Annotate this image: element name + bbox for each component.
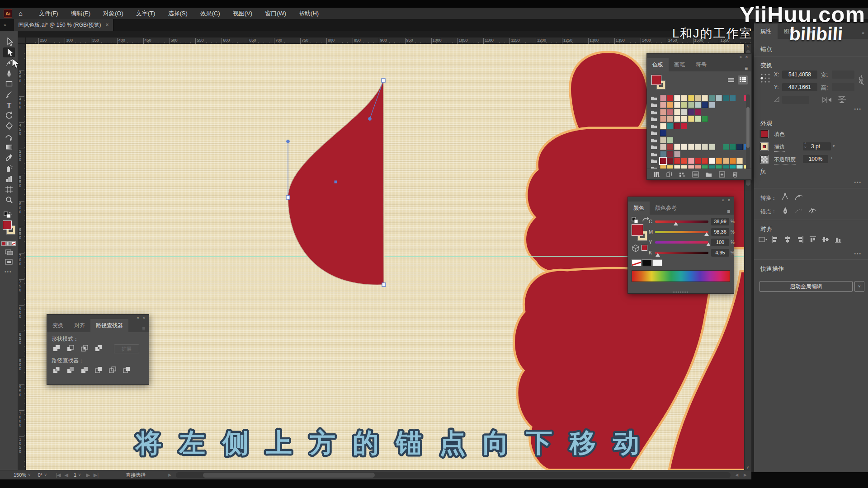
scroll-down-icon[interactable]: ∨ xyxy=(746,465,749,469)
swatch[interactable] xyxy=(709,95,715,101)
swap-fill-stroke-icon[interactable] xyxy=(632,217,640,224)
close-panel-icon[interactable]: × xyxy=(143,315,145,320)
swatch[interactable] xyxy=(681,116,687,122)
swatch[interactable] xyxy=(681,109,687,115)
swatch[interactable] xyxy=(709,158,715,164)
start-global-edit-button[interactable]: 启动全局编辑 xyxy=(760,281,853,292)
swatch[interactable] xyxy=(716,158,722,164)
swatch[interactable] xyxy=(667,116,673,122)
tab-color[interactable]: 颜色 xyxy=(628,202,650,215)
stroke-weight-field[interactable]: 3 pt xyxy=(803,142,831,150)
swatch[interactable] xyxy=(674,158,680,164)
status-expand-icon[interactable]: ▶ xyxy=(168,473,171,477)
minus-front-button[interactable] xyxy=(65,343,76,353)
screen-mode-control[interactable] xyxy=(5,258,14,267)
x-value-field[interactable]: 541,4058 xyxy=(782,70,817,79)
swatch-kinds-icon[interactable] xyxy=(666,171,673,178)
last-artboard-icon[interactable]: ▶| xyxy=(94,472,99,478)
new-swatch-icon[interactable] xyxy=(718,171,726,178)
swatch[interactable] xyxy=(674,95,680,101)
swatch[interactable] xyxy=(674,109,680,115)
align-hcenter-button[interactable] xyxy=(784,236,793,244)
exclude-button[interactable] xyxy=(93,343,104,353)
swatch[interactable] xyxy=(688,144,694,150)
swatch[interactable] xyxy=(695,116,701,122)
color-type-controls[interactable] xyxy=(1,239,16,248)
opacity-label[interactable]: 不透明度 xyxy=(774,156,796,164)
slider-track[interactable] xyxy=(655,252,708,254)
pen-tool[interactable] xyxy=(3,69,15,79)
swatch[interactable] xyxy=(660,123,666,129)
swatch[interactable] xyxy=(667,95,673,101)
swatch[interactable] xyxy=(660,151,666,157)
menu-item-2[interactable]: 对象(O) xyxy=(97,9,130,18)
swatch[interactable] xyxy=(667,144,673,150)
trim-button[interactable] xyxy=(65,365,76,375)
swatch[interactable] xyxy=(730,158,736,164)
out-of-gamut-cube-icon[interactable] xyxy=(632,244,640,252)
align-more-options[interactable]: ••• xyxy=(854,251,862,256)
align-right-button[interactable] xyxy=(797,236,806,244)
prev-artboard-icon[interactable]: ◀ xyxy=(65,472,68,478)
menu-item-7[interactable]: 窗口(W) xyxy=(259,9,292,18)
channel-value-field[interactable]: 38,99 xyxy=(711,218,729,225)
symbol-sprayer-tool[interactable] xyxy=(3,164,15,174)
toolbar-more-icon[interactable]: ••• xyxy=(5,269,12,274)
new-color-group-icon[interactable] xyxy=(679,171,686,178)
zoom-dropdown-icon[interactable]: ˅ xyxy=(28,473,30,477)
menu-item-5[interactable]: 效果(C) xyxy=(194,9,226,18)
swatch[interactable] xyxy=(667,109,673,115)
merge-button[interactable] xyxy=(79,365,90,375)
swatch[interactable] xyxy=(681,158,687,164)
global-edit-dropdown-icon[interactable]: ˅ xyxy=(854,281,864,292)
tab-color-guide[interactable]: 颜色参考 xyxy=(650,202,682,215)
artboard-tool[interactable] xyxy=(3,184,15,194)
channel-value-field[interactable]: 4,95 xyxy=(711,249,729,257)
tab-transform[interactable]: 变换 xyxy=(47,319,69,332)
gradient-tool[interactable] xyxy=(3,142,15,152)
swatch[interactable] xyxy=(681,144,687,150)
slider-thumb[interactable] xyxy=(704,232,709,236)
swatch[interactable] xyxy=(667,123,673,129)
new-folder-icon[interactable] xyxy=(705,171,712,178)
close-panel-icon[interactable]: × xyxy=(745,55,748,59)
swatch[interactable] xyxy=(702,158,708,164)
close-panel-icon[interactable]: × xyxy=(728,198,730,202)
swatch[interactable] xyxy=(660,158,666,164)
direction-handle[interactable] xyxy=(287,140,290,143)
panel-resize-grip[interactable] xyxy=(673,291,689,293)
gamut-color-swatch[interactable] xyxy=(642,245,647,251)
swatch[interactable] xyxy=(688,102,694,108)
convert-to-smooth-icon[interactable] xyxy=(794,192,804,202)
vertical-ruler[interactable]: 3504004505005506006507007508008509009501… xyxy=(18,44,26,470)
swatch[interactable] xyxy=(695,158,701,164)
next-artboard-icon[interactable]: ▶ xyxy=(86,472,90,478)
rotation-dropdown-icon[interactable]: ˅ xyxy=(44,473,47,477)
none-swatch[interactable] xyxy=(632,259,642,266)
swatch[interactable] xyxy=(660,95,666,101)
swatch[interactable] xyxy=(674,116,680,122)
fx-icon[interactable]: fx. xyxy=(760,168,767,175)
swatch[interactable] xyxy=(681,123,687,129)
swatches-scrollbar[interactable] xyxy=(746,94,750,174)
crop-button[interactable] xyxy=(93,365,104,375)
list-view-icon[interactable] xyxy=(726,75,736,84)
channel-value-field[interactable]: 100 xyxy=(711,239,729,246)
align-bottom-button[interactable] xyxy=(835,236,844,244)
channel-value-field[interactable]: 98,36 xyxy=(711,228,729,236)
draw-mode-control[interactable] xyxy=(5,249,14,258)
intersect-button[interactable] xyxy=(79,343,90,353)
slider-thumb[interactable] xyxy=(674,222,678,225)
outline-button[interactable] xyxy=(107,365,118,375)
scroll-right-icon[interactable]: ▶ xyxy=(744,473,747,477)
black-swatch[interactable] xyxy=(642,259,652,266)
zoom-tool[interactable] xyxy=(3,195,15,205)
panel-menu-icon[interactable]: ≡ xyxy=(745,65,748,71)
horizontal-scroll-thumb[interactable] xyxy=(203,473,375,478)
menu-item-3[interactable]: 文字(T) xyxy=(130,9,162,18)
fill-color-control[interactable] xyxy=(3,221,12,230)
align-to-selection-button[interactable] xyxy=(759,236,768,244)
swatch[interactable] xyxy=(660,102,666,108)
slider-track[interactable] xyxy=(655,231,708,233)
swatch[interactable] xyxy=(702,116,708,122)
